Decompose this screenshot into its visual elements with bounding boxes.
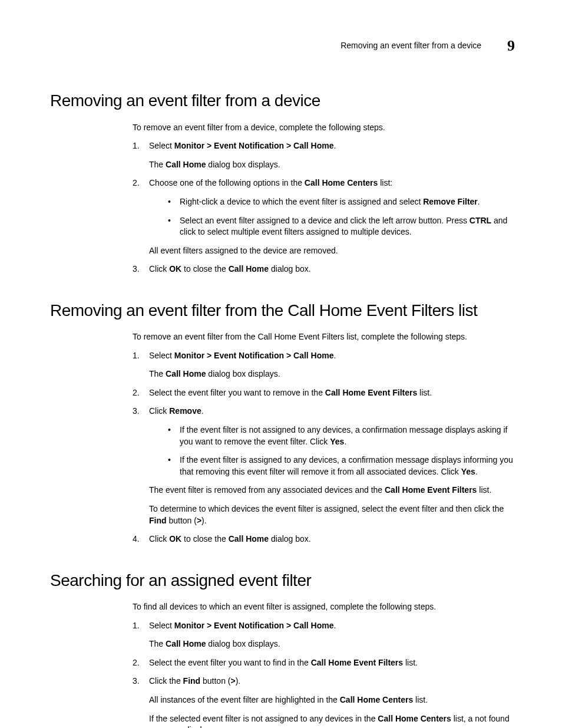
step-note: To determine to which devices the event …: [149, 503, 521, 526]
section-heading: Searching for an assigned event filter: [50, 569, 521, 592]
bullet-item: Right-click a device to which the event …: [166, 196, 521, 208]
step-item: Select the event filter you want to find…: [133, 657, 521, 669]
bullet-item: If the event filter is assigned to any d…: [166, 454, 521, 477]
step-item: Select Monitor > Event Notification > Ca…: [133, 620, 521, 650]
step-list: Select Monitor > Event Notification > Ca…: [133, 140, 521, 275]
chapter-number: 9: [507, 37, 515, 54]
step-item: Select Monitor > Event Notification > Ca…: [133, 350, 521, 380]
section-intro: To remove an event filter from the Call …: [133, 331, 521, 343]
section-intro: To remove an event filter from a device,…: [133, 122, 521, 134]
section-content: To remove an event filter from the Call …: [133, 331, 521, 545]
section-intro: To find all devices to which an event fi…: [133, 601, 521, 613]
step-note: The Call Home dialog box displays.: [149, 638, 521, 650]
section-heading: Removing an event filter from a device: [50, 89, 521, 112]
bullet-list: If the event filter is not assigned to a…: [166, 424, 521, 477]
step-item: Choose one of the following options in t…: [133, 177, 521, 256]
step-note: The Call Home dialog box displays.: [149, 159, 521, 171]
bullet-list: Right-click a device to which the event …: [166, 196, 521, 238]
step-note: The event filter is removed from any ass…: [149, 485, 521, 496]
step-note: The Call Home dialog box displays.: [149, 368, 521, 380]
section-content: To remove an event filter from a device,…: [133, 122, 521, 275]
document-body: Removing an event filter from a deviceTo…: [50, 89, 521, 728]
step-note: If the selected event filter is not assi…: [149, 713, 521, 728]
step-item: Click OK to close the Call Home dialog b…: [133, 533, 521, 545]
step-item: Click OK to close the Call Home dialog b…: [133, 263, 521, 275]
section-heading: Removing an event filter from the Call H…: [50, 299, 521, 322]
step-list: Select Monitor > Event Notification > Ca…: [133, 620, 521, 728]
step-item: Click Remove.If the event filter is not …: [133, 406, 521, 526]
step-list: Select Monitor > Event Notification > Ca…: [133, 350, 521, 545]
step-item: Click the Find button (>).All instances …: [133, 676, 521, 728]
step-item: Select Monitor > Event Notification > Ca…: [133, 140, 521, 170]
step-item: Select the event filter you want to remo…: [133, 387, 521, 399]
page-header: Removing an event filter from a device 9: [50, 35, 521, 57]
step-note: All event filters assigned to the device…: [149, 245, 521, 257]
bullet-item: If the event filter is not assigned to a…: [166, 424, 521, 447]
bullet-item: Select an event filter assigned to a dev…: [166, 215, 521, 238]
step-note: All instances of the event filter are hi…: [149, 694, 521, 706]
running-title: Removing an event filter from a device: [340, 41, 481, 50]
section-content: To find all devices to which an event fi…: [133, 601, 521, 728]
